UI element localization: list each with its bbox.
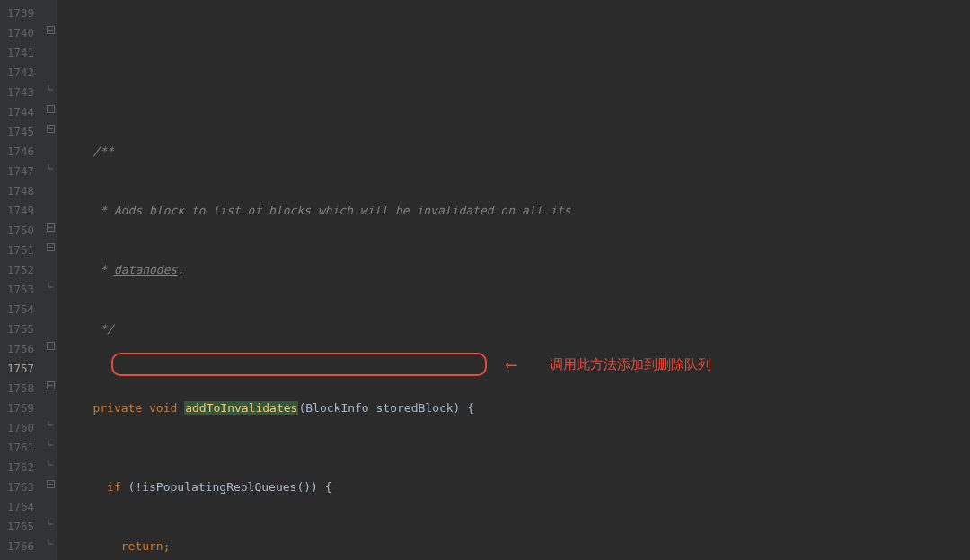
line-number: 1744: [7, 102, 34, 122]
fold-marker[interactable]: [45, 355, 57, 375]
annotation-text: 调用此方法添加到删除队列: [550, 354, 711, 374]
code-line: return;: [65, 537, 970, 556]
annotation-arrow-icon: ⟵: [507, 354, 516, 374]
fold-marker[interactable]: [45, 375, 57, 395]
code-line: [65, 63, 970, 83]
fold-marker[interactable]: [45, 79, 57, 99]
method-addToInvalidates: addToInvalidates: [184, 401, 298, 415]
line-number: 1754: [7, 300, 34, 319]
fold-marker[interactable]: [45, 474, 57, 494]
line-number: 1764: [7, 497, 34, 517]
fold-marker[interactable]: [45, 59, 57, 79]
fold-marker[interactable]: [45, 494, 57, 513]
fold-marker[interactable]: [45, 257, 57, 276]
line-number: 1755: [7, 319, 34, 339]
line-number: 1739: [7, 4, 34, 23]
line-number: 1762: [7, 458, 34, 477]
code-area[interactable]: /** * Adds block to list of blocks which…: [57, 0, 970, 560]
fold-marker[interactable]: [45, 158, 57, 178]
code-line: * datanodes.: [65, 260, 970, 280]
line-number: 1751: [7, 241, 34, 260]
line-number: 1741: [7, 43, 34, 63]
code-editor[interactable]: 1739174017411742174317441745174617471748…: [0, 0, 970, 560]
fold-marker[interactable]: [45, 99, 57, 118]
line-number: 1745: [7, 122, 34, 142]
line-number-gutter: 1739174017411742174317441745174617471748…: [0, 0, 45, 560]
code-line: if (!isPopulatingReplQueues()) {: [65, 477, 970, 497]
line-number: 1759: [7, 398, 34, 418]
line-number: 1756: [7, 339, 34, 359]
line-number: 1746: [7, 142, 34, 162]
code-line: * Adds block to list of blocks which wil…: [65, 201, 970, 221]
fold-marker[interactable]: [45, 415, 57, 434]
fold-marker[interactable]: [45, 533, 57, 553]
annotation-box: [111, 353, 487, 376]
line-number: 1753: [7, 280, 34, 300]
fold-marker[interactable]: [45, 197, 57, 217]
fold-marker[interactable]: [45, 138, 57, 158]
line-number: 1757: [7, 359, 34, 379]
line-number: 1761: [7, 438, 34, 458]
fold-marker[interactable]: [45, 434, 57, 454]
fold-column[interactable]: [45, 0, 57, 560]
fold-marker[interactable]: [45, 276, 57, 296]
fold-marker[interactable]: [45, 217, 57, 237]
fold-marker[interactable]: [45, 0, 57, 20]
fold-marker[interactable]: [45, 237, 57, 257]
line-number: 1740: [7, 23, 34, 43]
fold-marker[interactable]: [45, 178, 57, 197]
line-number: 1766: [7, 537, 34, 556]
fold-marker[interactable]: [45, 395, 57, 415]
line-number: 1752: [7, 260, 34, 280]
line-number: 1750: [7, 221, 34, 241]
fold-marker[interactable]: [45, 296, 57, 316]
fold-marker[interactable]: [45, 20, 57, 39]
line-number: 1743: [7, 83, 34, 102]
fold-marker[interactable]: [45, 118, 57, 138]
line-number: 1747: [7, 162, 34, 181]
fold-marker[interactable]: [45, 454, 57, 474]
line-number: 1742: [7, 63, 34, 83]
line-number: 1748: [7, 181, 34, 201]
line-number: 1765: [7, 517, 34, 537]
fold-marker[interactable]: [45, 336, 57, 355]
fold-marker[interactable]: [45, 316, 57, 336]
line-number: 1758: [7, 379, 34, 398]
code-line: /**: [65, 142, 970, 162]
line-number: 1749: [7, 201, 34, 221]
fold-marker[interactable]: [45, 513, 57, 533]
line-number: 1760: [7, 418, 34, 438]
code-line: private void addToInvalidates(BlockInfo …: [65, 398, 970, 418]
code-line: */: [65, 319, 970, 339]
fold-marker[interactable]: [45, 39, 57, 59]
line-number: 1763: [7, 477, 34, 497]
